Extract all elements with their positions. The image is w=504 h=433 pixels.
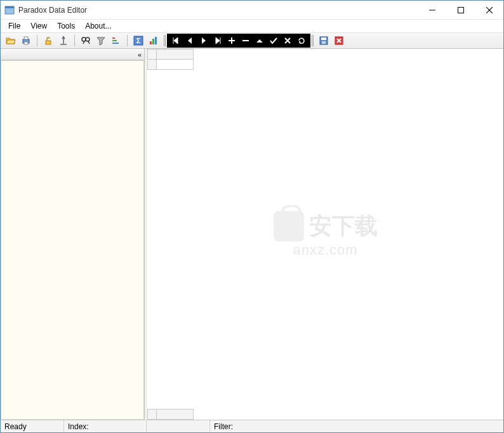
svg-rect-21	[150, 41, 152, 44]
grid-header-cell[interactable]	[157, 50, 194, 60]
watermark-text-cn: 安下载	[309, 211, 378, 242]
find-button[interactable]	[79, 34, 93, 48]
toolbar-separator	[74, 35, 75, 46]
sidebar-header: «	[1, 49, 144, 60]
status-bar: Ready Index: Filter:	[1, 420, 503, 432]
sum-button[interactable]: Σ	[131, 34, 145, 48]
sidebar: «	[1, 49, 145, 420]
nav-last-button[interactable]	[211, 34, 224, 47]
open-button[interactable]	[4, 34, 18, 48]
svg-line-15	[88, 41, 90, 44]
toolbar-group-search	[77, 34, 125, 48]
grid-footer-cell	[157, 410, 194, 420]
status-empty	[147, 420, 210, 432]
toolbar-separator	[127, 35, 128, 46]
sidebar-panel[interactable]	[1, 60, 144, 420]
toolbar-group-calc: Σ	[129, 34, 162, 48]
svg-rect-3	[458, 7, 463, 13]
menu-file[interactable]: File	[3, 20, 25, 32]
app-icon	[4, 5, 15, 15]
svg-point-13	[86, 37, 90, 41]
watermark: 安下载 anxz.com	[274, 211, 378, 258]
status-filter: Filter:	[210, 420, 503, 432]
title-bar: Paradox Data Editor	[1, 1, 503, 20]
svg-rect-22	[152, 39, 154, 44]
save-record-button[interactable]	[317, 34, 331, 48]
status-ready: Ready	[1, 420, 64, 432]
nav-next-button[interactable]	[197, 34, 210, 47]
grid-footer-corner	[148, 410, 157, 420]
toolbar-grip[interactable]	[312, 35, 314, 46]
print-button[interactable]	[19, 34, 33, 48]
content-area: « 安下载 anxz.com	[1, 49, 503, 420]
watermark-text-en: anxz.com	[274, 242, 378, 258]
svg-rect-16	[112, 37, 115, 39]
grid-corner-cell[interactable]	[148, 50, 157, 60]
nav-refresh-button[interactable]	[295, 34, 308, 47]
svg-rect-7	[24, 37, 28, 39]
nav-insert-button[interactable]	[225, 34, 238, 47]
structure-button[interactable]	[56, 34, 70, 48]
status-index: Index:	[64, 420, 147, 432]
sort-button[interactable]	[109, 34, 123, 48]
nav-post-button[interactable]	[267, 34, 280, 47]
toolbar-group-file	[2, 34, 35, 48]
toolbar: Σ	[1, 32, 503, 49]
grid-row-selector[interactable]	[148, 60, 157, 70]
menu-tools[interactable]: Tools	[52, 20, 80, 32]
menu-view[interactable]: View	[25, 20, 52, 32]
nav-delete-button[interactable]	[239, 34, 252, 47]
svg-point-12	[82, 37, 86, 41]
menu-bar: File View Tools About...	[1, 20, 503, 32]
svg-rect-11	[60, 44, 67, 45]
grid-cell[interactable]	[157, 60, 194, 70]
nav-first-button[interactable]	[169, 34, 182, 47]
unlock-button[interactable]	[41, 34, 55, 48]
svg-rect-25	[321, 37, 326, 40]
minimize-button[interactable]	[418, 1, 446, 19]
svg-rect-17	[112, 40, 117, 41]
nav-cancel-button[interactable]	[281, 34, 294, 47]
sidebar-collapse-button[interactable]: «	[138, 51, 142, 58]
svg-rect-8	[24, 42, 28, 44]
toolbar-group-lock	[39, 34, 72, 48]
svg-rect-18	[112, 43, 119, 44]
svg-rect-26	[322, 41, 326, 44]
window-title: Paradox Data Editor	[18, 6, 418, 15]
window-controls	[418, 1, 503, 19]
menu-about[interactable]: About...	[80, 20, 116, 32]
data-grid-area: 安下载 anxz.com	[147, 49, 503, 420]
nav-edit-button[interactable]	[253, 34, 266, 47]
grid-header-stub	[147, 49, 194, 70]
chart-button[interactable]	[147, 34, 161, 48]
svg-rect-1	[5, 6, 14, 8]
svg-rect-23	[155, 37, 157, 44]
svg-rect-9	[46, 41, 51, 44]
svg-text:Σ: Σ	[136, 37, 141, 44]
grid-footer-stub	[147, 409, 194, 420]
watermark-icon	[274, 211, 304, 241]
nav-toolbar	[167, 34, 310, 48]
filter-button[interactable]	[94, 34, 108, 48]
svg-rect-10	[63, 39, 64, 44]
maximize-button[interactable]	[446, 1, 475, 19]
toolbar-grip[interactable]	[164, 35, 166, 46]
toolbar-separator	[37, 35, 37, 46]
close-button[interactable]	[475, 1, 503, 19]
close-record-button[interactable]	[332, 34, 346, 48]
nav-prev-button[interactable]	[183, 34, 196, 47]
toolbar-group-record	[315, 34, 348, 48]
